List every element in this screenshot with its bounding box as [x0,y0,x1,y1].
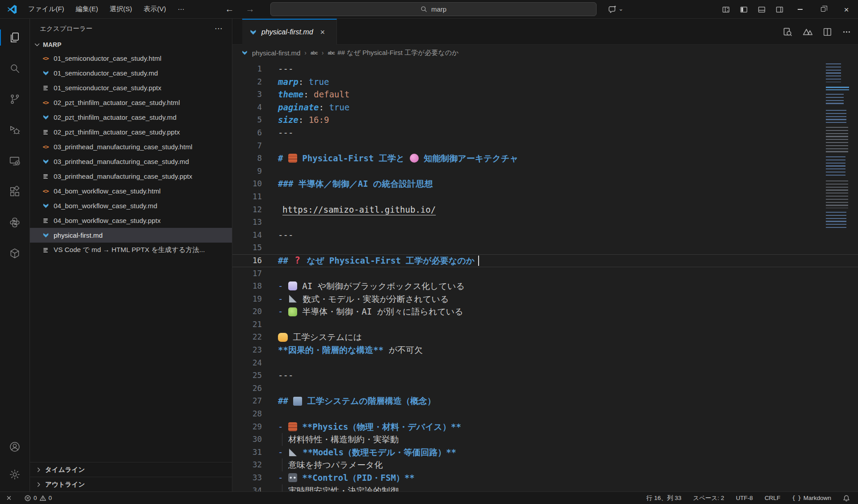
eol-sequence[interactable]: CRLF [765,495,780,501]
restore-button[interactable] [812,0,835,19]
editor-line-14[interactable]: 14--- [232,229,858,242]
file-item[interactable]: <>04_bom_workflow_case_study.html [30,184,232,198]
menu-item[interactable]: ファイル(F) [22,0,70,19]
cursor-position[interactable]: 行 16、列 33 [647,494,681,502]
editor-line-29[interactable]: 29- **Physics（物理・材料・デバイス）** [232,420,858,433]
language-mode[interactable]: { }Markdown [792,495,831,501]
editor-line-4[interactable]: 4paginate: true [232,101,858,114]
activity-item-run-debug[interactable] [0,119,30,141]
editor-line-21[interactable]: 21 [232,318,858,331]
editor-line-12[interactable]: 12https://samizo-aitl.github.io/ [232,203,858,216]
panel-section-アウトライン[interactable]: アウトライン [30,477,232,491]
file-item[interactable]: 03_printhead_manufacturing_case_study.pp… [30,169,232,184]
editor-line-16[interactable]: 16## ? なぜ Physical-First 工学が必要なのか [232,254,858,267]
explorer-more-actions-icon[interactable]: ⋯ [214,24,223,34]
split-editor-icon[interactable] [823,28,832,36]
activity-item-containers[interactable] [0,243,30,264]
toggle-primary-sidebar-button[interactable] [735,0,753,19]
close-button[interactable]: × [835,0,858,19]
customize-layout-button[interactable] [717,0,735,19]
remote-indicator-icon[interactable] [5,495,13,501]
menu-item[interactable]: 選択(S) [104,0,138,19]
activity-item-accounts[interactable] [0,436,30,458]
bell-icon[interactable] [843,495,850,502]
menu-item[interactable]: 編集(E) [70,0,104,19]
editor-line-34[interactable]: 34 実時間安定性・決定論的制御 [232,484,858,491]
editor-line-19[interactable]: 19- 数式・モデル・実装が分断されている [232,293,858,306]
editor-line-18[interactable]: 18- AI や制御がブラックボックス化している [232,280,858,293]
file-item[interactable]: 04_bom_workflow_case_study.md [30,198,232,213]
toggle-panel-button[interactable] [753,0,770,19]
breadcrumb-heading[interactable]: abc## なぜ Physical-First 工学が必要なのか [328,49,458,57]
editor-line-2[interactable]: 2marp: true [232,76,858,88]
editor-line-15[interactable]: 15 [232,241,858,254]
file-item[interactable]: <>01_semiconductor_case_study.html [30,51,232,66]
toggle-secondary-sidebar-button[interactable] [770,0,788,19]
file-item[interactable]: 01_semiconductor_case_study.pptx [30,80,232,95]
editor-line-10[interactable]: 10### 半導体／制御／AI の統合設計思想 [232,177,858,190]
problems-indicator[interactable]: 0 0 [24,495,52,502]
editor-content[interactable]: 1---2marp: true3theme: default4paginate:… [232,61,858,491]
open-preview-icon[interactable] [783,27,792,36]
file-item[interactable]: 03_printhead_manufacturing_case_study.md [30,154,232,169]
more-actions-icon[interactable] [842,28,851,36]
editor-line-9[interactable]: 9 [232,165,858,178]
minimap[interactable] [826,63,854,491]
editor-line-26[interactable]: 26 [232,382,858,395]
editor-line-3[interactable]: 3theme: default [232,88,858,101]
breadcrumb-symbol[interactable]: abc [311,50,318,55]
activity-item-python[interactable] [0,212,30,233]
editor-line-32[interactable]: 32 意味を持つパラメータ化 [232,458,858,471]
file-item[interactable]: 02_pzt_thinfilm_actuator_case_study.md [30,110,232,125]
file-item[interactable]: 02_pzt_thinfilm_actuator_case_study.pptx [30,125,232,139]
editor-line-20[interactable]: 20- 半導体・制御・AI が別々に語られている [232,305,858,318]
editor-line-7[interactable]: 7 [232,139,858,152]
minimize-button[interactable] [788,0,812,19]
editor-line-11[interactable]: 11 [232,190,858,203]
file-item[interactable]: physical-first.md [30,228,232,243]
activity-item-explorer[interactable] [0,27,30,48]
panel-section-タイムライン[interactable]: タイムライン [30,462,232,477]
file-item[interactable]: <>03_printhead_manufacturing_case_study.… [30,139,232,154]
menu-item[interactable]: 表示(V) [138,0,172,19]
command-center-search[interactable]: marp [270,2,597,16]
file-item[interactable]: <>02_pzt_thinfilm_actuator_case_study.ht… [30,95,232,110]
indentation[interactable]: スペース: 2 [693,494,724,502]
editor-line-5[interactable]: 5size: 16:9 [232,113,858,126]
tab-physical-first-md[interactable]: physical-first.md × [242,19,337,45]
editor-line-22[interactable]: 22 工学システムには [232,331,858,344]
file-item[interactable]: 04_bom_workflow_case_study.pptx [30,213,232,228]
line-number: 27 [232,395,262,407]
editor-line-6[interactable]: 6--- [232,126,858,139]
editor-line-28[interactable]: 28 [232,407,858,420]
brick-emoji [288,422,297,431]
editor-line-31[interactable]: 31- **Models（数理モデル・等価回路）** [232,446,858,459]
copilot-button[interactable]: ⌄ [604,3,627,16]
editor-line-33[interactable]: 33- **Control（PID・FSM）** [232,471,858,484]
activity-item-search[interactable] [0,58,30,79]
menu-item[interactable]: ⋯ [172,0,190,19]
editor-line-13[interactable]: 13 [232,216,858,229]
back-arrow-icon[interactable]: ← [225,4,234,14]
activity-item-extensions[interactable] [0,181,30,202]
editor-line-24[interactable]: 24 [232,357,858,370]
editor-line-1[interactable]: 1--- [232,63,858,76]
editor-line-8[interactable]: 8# Physical-First 工学と 知能制御アーキテクチャ [232,152,858,165]
file-item[interactable]: VS Code で md → HTML PPTX を生成する方法... [30,243,232,257]
editor-line-30[interactable]: 30 材料特性・構造制約・実挙動 [232,433,858,446]
editor-line-17[interactable]: 17 [232,267,858,280]
editor-line-27[interactable]: 27## 工学システムの階層構造（概念） [232,395,858,407]
activity-item-remote-explorer[interactable] [0,150,30,172]
marp-preview-icon[interactable] [803,27,812,36]
encoding[interactable]: UTF-8 [736,495,753,501]
tab-close-icon[interactable]: × [320,28,325,37]
editor-line-25[interactable]: 25--- [232,369,858,382]
activity-item-settings[interactable] [0,464,30,485]
activity-item-source-control[interactable] [0,88,30,110]
folder-section-marp[interactable]: MARP [30,38,232,51]
breadcrumb-file[interactable]: physical-first.md [252,49,300,57]
forward-arrow-icon[interactable]: → [246,4,255,14]
file-item[interactable]: 01_semiconductor_case_study.md [30,66,232,80]
text-cursor [478,256,479,266]
editor-line-23[interactable]: 23**因果的・階層的な構造** が不可欠 [232,344,858,357]
